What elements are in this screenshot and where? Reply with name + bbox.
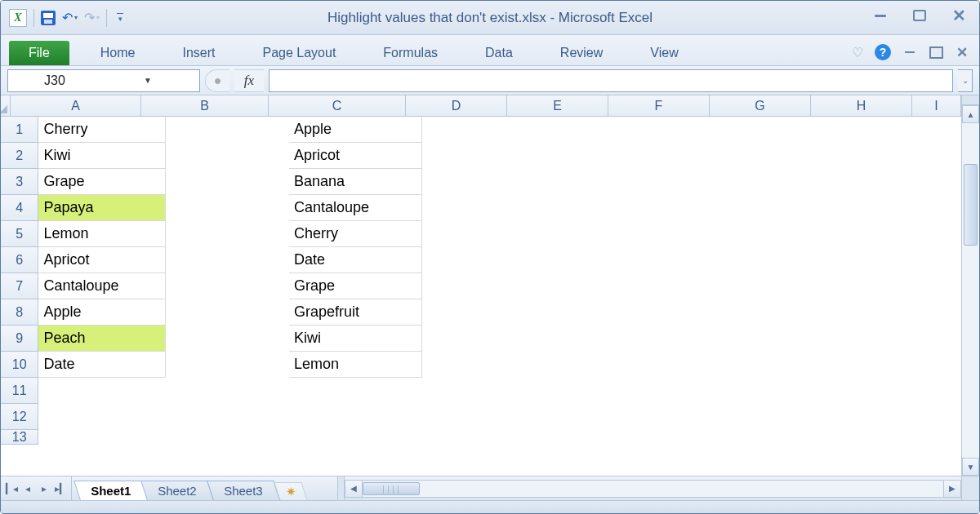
column-header[interactable]: A [11,95,141,117]
cell[interactable] [520,117,618,143]
sheet-tab[interactable]: Sheet2 [140,481,213,500]
cell[interactable] [422,378,520,404]
cell[interactable]: Lemon [289,352,422,378]
chevron-down-icon[interactable]: ▼ [101,76,194,85]
tab-insert[interactable]: Insert [166,41,231,65]
scroll-track[interactable] [363,480,943,498]
scroll-thumb[interactable] [964,164,978,246]
name-box[interactable]: J30 ▼ [7,69,200,92]
cell[interactable] [717,117,815,143]
cell[interactable] [520,404,618,430]
cell[interactable]: Date [289,247,422,273]
cell[interactable]: Cherry [38,117,165,143]
column-header[interactable]: B [141,95,269,117]
cell[interactable] [619,143,717,169]
cell[interactable] [166,169,289,195]
cell[interactable] [619,299,717,326]
cell[interactable] [815,169,913,195]
cell[interactable] [520,299,618,326]
cell[interactable] [914,247,961,273]
cell[interactable] [422,352,520,378]
cell[interactable]: Kiwi [38,143,165,169]
cell[interactable] [914,273,961,299]
scroll-down-button[interactable]: ▼ [962,458,979,476]
cell[interactable] [815,117,913,143]
cell[interactable] [914,195,961,221]
formula-input[interactable] [269,69,953,92]
cell[interactable] [619,117,717,143]
cell[interactable] [422,247,520,273]
cell[interactable] [38,430,165,445]
cell[interactable] [914,169,961,195]
cell[interactable] [717,195,815,221]
last-sheet-button[interactable]: ▸▎ [55,483,66,494]
cell[interactable] [166,195,289,221]
tab-split-handle[interactable] [338,476,345,500]
cell[interactable] [520,326,618,352]
cell[interactable] [289,430,422,445]
new-sheet-button[interactable]: ✷ [274,482,308,500]
column-header[interactable]: F [608,95,710,117]
cell[interactable] [619,221,717,247]
cell[interactable] [422,430,520,445]
cell[interactable] [166,378,289,404]
row-header[interactable]: 13 [1,430,38,445]
cell[interactable]: Lemon [38,221,165,247]
cell[interactable]: Date [38,352,165,378]
cell[interactable] [717,378,815,404]
undo-icon[interactable]: ↶▾ [62,10,78,25]
cell[interactable] [422,195,520,221]
row-header[interactable]: 6 [1,247,38,273]
cell[interactable] [166,117,289,143]
cell[interactable] [619,404,717,430]
fx-icon[interactable]: fx [234,69,264,92]
cell[interactable] [619,273,717,299]
cell[interactable] [619,430,717,445]
cell[interactable] [815,326,913,352]
sheet-tab[interactable]: Sheet3 [207,481,279,500]
cell[interactable] [914,221,961,247]
cell[interactable]: Kiwi [289,326,422,352]
cell[interactable] [717,169,815,195]
row-header[interactable]: 10 [1,352,38,378]
next-sheet-button[interactable]: ▸ [38,483,50,494]
column-header[interactable]: G [710,95,811,117]
first-sheet-button[interactable]: ▎◂ [6,483,17,494]
row-header[interactable]: 11 [1,378,38,404]
cell[interactable] [520,378,618,404]
cell[interactable] [914,378,961,404]
cell[interactable] [289,404,422,430]
cell[interactable] [717,430,815,445]
cell[interactable] [422,117,520,143]
cell[interactable] [815,273,913,299]
cell[interactable] [422,273,520,299]
row-header[interactable]: 9 [1,326,38,352]
cell[interactable]: Banana [289,169,422,195]
cell[interactable]: Apple [289,117,422,143]
cell[interactable] [619,195,717,221]
cell[interactable] [422,221,520,247]
cell[interactable] [289,378,422,404]
tab-view[interactable]: View [634,41,694,65]
cell[interactable] [717,273,815,299]
scroll-left-button[interactable]: ◀ [345,480,363,498]
cell[interactable]: Apricot [289,143,422,169]
cell[interactable] [38,404,165,430]
cell[interactable] [815,430,913,445]
cell[interactable] [166,326,289,352]
cell[interactable]: Grapefruit [289,299,422,326]
help-icon[interactable]: ? [875,44,891,60]
excel-icon[interactable]: X [9,9,27,27]
cell[interactable] [914,352,961,378]
cell[interactable] [914,430,961,445]
column-header[interactable]: I [912,95,961,117]
expand-formula-bar-icon[interactable]: ⌄ [958,69,973,92]
horizontal-scrollbar[interactable]: ◀ ▶ [337,476,961,500]
cell[interactable]: Peach [38,326,165,352]
cell[interactable] [38,378,165,404]
workbook-close-button[interactable]: ✕ [955,46,969,59]
cell[interactable]: Cantaloupe [289,195,422,221]
row-header[interactable]: 3 [1,169,38,195]
cell[interactable] [717,352,815,378]
tab-review[interactable]: Review [544,41,619,65]
